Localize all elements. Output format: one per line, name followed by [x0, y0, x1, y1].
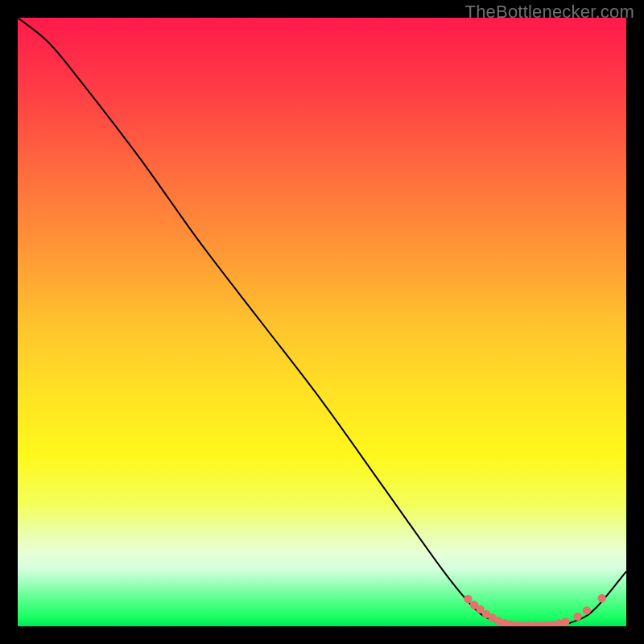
chart-frame: TheBottlenecker.com [0, 0, 644, 644]
chart-marker [573, 613, 581, 621]
gradient-background [18, 18, 626, 626]
chart-marker [583, 606, 591, 614]
chart-marker [464, 595, 472, 603]
chart-marker [561, 617, 569, 625]
chart-svg [18, 18, 626, 626]
watermark-text: TheBottlenecker.com [465, 2, 634, 23]
chart-marker [598, 594, 606, 602]
chart-plot-area [18, 18, 626, 626]
